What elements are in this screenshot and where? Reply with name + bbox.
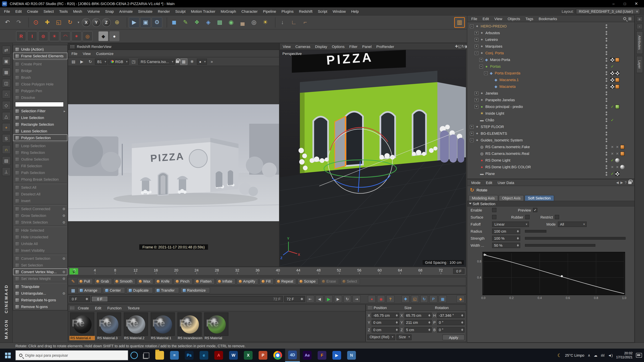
- menu-item[interactable]: Script: [315, 8, 330, 14]
- object-row[interactable]: HERO-PREDIO: [467, 23, 634, 29]
- visibility-dots[interactable]: [605, 171, 608, 176]
- command-item[interactable]: Live Selection: [13, 114, 68, 121]
- command-item[interactable]: Loop Selection: [13, 142, 68, 149]
- grid-toggle[interactable]: ▦: [180, 58, 187, 65]
- position-field[interactable]: 0 cm: [372, 320, 399, 325]
- command-item[interactable]: Convert Selection ⚙: [13, 255, 68, 262]
- renderview-menu-item[interactable]: File: [69, 50, 80, 56]
- menu-item[interactable]: Snap: [102, 8, 116, 14]
- position-field[interactable]: 0 cm: [372, 327, 399, 332]
- viewport-menu-item[interactable]: View: [280, 44, 293, 49]
- visibility-dots[interactable]: [605, 24, 608, 29]
- menu-item[interactable]: Character: [239, 8, 260, 14]
- taskbar-acrobat[interactable]: A: [211, 349, 226, 362]
- menu-item[interactable]: Animate: [116, 8, 136, 14]
- object-row[interactable]: Bloco principal - predio: [467, 103, 634, 110]
- points-mode-button[interactable]: ∴: [2, 90, 10, 98]
- workplane-mode-button[interactable]: ◫: [2, 79, 10, 87]
- next-frame-button[interactable]: ▶: [334, 295, 342, 303]
- falloff-select[interactable]: Linear: [492, 221, 529, 227]
- rs-ipr-button[interactable]: I: [27, 31, 37, 41]
- menu-item[interactable]: Render: [155, 8, 172, 14]
- object-tag[interactable]: [610, 118, 614, 122]
- command-item[interactable]: Polygon Pen: [13, 87, 68, 94]
- object-tag[interactable]: [610, 57, 614, 62]
- keyframe-selection-button[interactable]: ◆: [457, 295, 464, 303]
- command-item[interactable]: Hide Unselected: [13, 234, 68, 240]
- expand-toggle[interactable]: [474, 98, 478, 102]
- expand-toggle[interactable]: [474, 152, 478, 155]
- command-item[interactable]: Untriangulate... ⚙: [13, 290, 68, 297]
- command-item[interactable]: Triangulate: [13, 283, 68, 290]
- command-item[interactable]: Dissolve: [13, 94, 68, 101]
- visibility-dots[interactable]: [605, 97, 608, 102]
- restrict-checkbox[interactable]: [555, 215, 559, 219]
- command-item[interactable]: Frame Selected Elements: [13, 53, 68, 59]
- material-menu-item[interactable]: Edit: [92, 305, 104, 311]
- object-tag[interactable]: [610, 84, 614, 89]
- object-tag[interactable]: [615, 158, 620, 162]
- object-tag[interactable]: [615, 151, 620, 156]
- interface-icon[interactable]: ▥: [454, 17, 465, 28]
- cortana-button[interactable]: [128, 349, 140, 362]
- layout-select[interactable]: RIGHI_REDSHIFT_3_c4d (User): [576, 8, 640, 14]
- menu-item[interactable]: Select: [41, 8, 56, 14]
- menu-item[interactable]: Simulate: [135, 8, 155, 14]
- visibility-dots[interactable]: [605, 91, 608, 96]
- material-item[interactable]: Re RS Incandescent: [177, 312, 202, 341]
- object-row[interactable]: Portas: [467, 63, 634, 70]
- tray-network-icon[interactable]: ılıl: [601, 353, 604, 357]
- expand-toggle[interactable]: [470, 132, 474, 135]
- object-tag[interactable]: [610, 104, 614, 109]
- overflow-icon[interactable]: »: [208, 58, 216, 65]
- add-spline-button[interactable]: ✎: [180, 17, 191, 28]
- record-keyframe-button[interactable]: ●: [368, 295, 376, 303]
- y-axis-toggle[interactable]: Y: [92, 18, 100, 27]
- tray-cloud-icon[interactable]: ☁: [594, 353, 598, 358]
- sculpt-tool-button[interactable]: Flatten: [194, 278, 214, 284]
- taskbar-cinema4d[interactable]: 4D: [285, 349, 300, 362]
- add-field-button[interactable]: ◉: [226, 17, 236, 28]
- move-tool[interactable]: ✚: [42, 17, 53, 28]
- command-item[interactable]: Grow Selection ⚙: [13, 212, 68, 219]
- task-view-button[interactable]: [140, 349, 152, 362]
- expand-toggle[interactable]: [474, 118, 478, 122]
- command-item[interactable]: Selection Filter ▸: [13, 108, 68, 114]
- expand-toggle[interactable]: [470, 138, 474, 142]
- panel-pin-icon[interactable]: ◦: [636, 24, 642, 29]
- sculpt-tool-button[interactable]: Grab: [94, 278, 112, 284]
- sculpt-tool-button[interactable]: Repeat: [275, 278, 296, 284]
- workplane-lock-button[interactable]: ⊥: [2, 167, 10, 176]
- object-row[interactable]: Parapeito Janelas: [467, 96, 634, 103]
- add-environment-button[interactable]: ▄: [237, 17, 248, 28]
- command-item[interactable]: Rectangle Selection: [13, 121, 68, 128]
- size-field[interactable]: 5 cm: [404, 327, 432, 332]
- rotate-view-button[interactable]: ↻: [462, 44, 464, 49]
- rs-area-light-button[interactable]: ☀: [49, 31, 59, 41]
- notification-button[interactable]: [636, 353, 642, 358]
- object-manager-menu-item[interactable]: View: [492, 15, 505, 22]
- command-item[interactable]: [14, 282, 67, 283]
- expand-toggle[interactable]: [474, 165, 478, 169]
- object-row[interactable]: RS Dome Light: [467, 157, 634, 164]
- toolbar-separator[interactable]: [164, 17, 167, 27]
- command-item[interactable]: Shrink Selection ⚙: [13, 219, 68, 226]
- taskbar-calculator[interactable]: =: [167, 349, 182, 362]
- menu-item[interactable]: Window: [330, 8, 348, 14]
- command-item[interactable]: Bridge: [13, 67, 68, 74]
- viewport-menu-item[interactable]: Filter: [347, 44, 360, 49]
- texture-mode-button[interactable]: ▦: [2, 68, 10, 76]
- object-tag[interactable]: [610, 64, 614, 68]
- arrange-tool-button[interactable]: Arrange: [78, 287, 102, 293]
- preview-checkbox[interactable]: [533, 208, 537, 212]
- add-primitive-button[interactable]: ◼: [169, 17, 180, 28]
- expand-toggle[interactable]: [484, 71, 488, 75]
- add-mograph-button[interactable]: ❖: [192, 17, 202, 28]
- lock-icon[interactable]: [176, 60, 179, 63]
- add-camera-button[interactable]: ◎: [248, 17, 259, 28]
- object-tag[interactable]: [610, 151, 614, 156]
- object-tag[interactable]: [610, 78, 614, 82]
- model-mode-button[interactable]: ▣: [2, 57, 10, 65]
- object-tag[interactable]: [610, 145, 614, 149]
- play-button[interactable]: ▶: [325, 295, 332, 303]
